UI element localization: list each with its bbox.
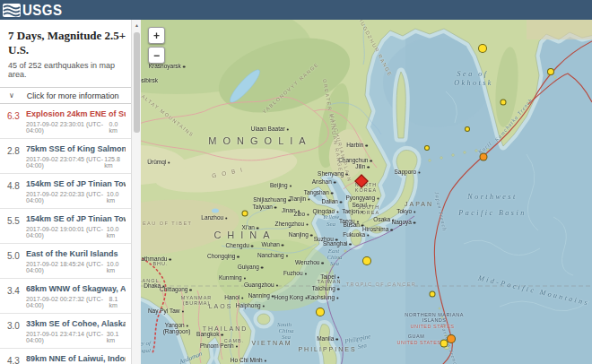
earthquake-list: 6.3Explosion 24km ENE of Sungjiba...2017…	[0, 104, 131, 364]
event-time: 2017-09-02 22:02:33 (UTC-04:00)	[26, 191, 107, 204]
more-information-label: Click for more information	[27, 91, 119, 100]
quake-marker[interactable]	[447, 334, 456, 343]
zoom-out-button[interactable]: −	[148, 47, 165, 64]
magnitude: 5.0	[7, 249, 26, 273]
event-depth: 10.0 km	[107, 226, 126, 238]
more-information-toggle[interactable]: ∨ Click for more information	[0, 87, 131, 104]
magnitude: 3.4	[7, 284, 26, 308]
sidebar-header: 7 Days, Magnitude 2.5+ U.S. 45 of 252 ea…	[0, 20, 141, 79]
quake-marker[interactable]	[430, 291, 436, 298]
earthquake-list-item[interactable]: 2.875km SSE of King Salmon, Alaska2017-0…	[0, 139, 131, 174]
event-time: 2017-09-02 00:27:32 (UTC-04:00)	[26, 296, 109, 308]
map-zoom-control: + −	[148, 27, 165, 66]
quake-marker[interactable]	[316, 308, 325, 316]
event-title: East of the Kuril Islands	[26, 249, 126, 258]
earthquake-list-item[interactable]: 5.0East of the Kuril Islands2017-09-02 1…	[0, 244, 131, 279]
feed-count: 45 of 252 earthquakes in map area.	[8, 61, 130, 79]
event-depth: 10.0 km	[107, 191, 126, 204]
feed-title: 7 Days, Magnitude 2.5+ U.S.	[8, 29, 130, 57]
magnitude: 5.5	[7, 214, 26, 238]
event-title: 75km SSE of King Salmon, Alaska	[26, 144, 126, 153]
quake-marker[interactable]	[478, 44, 487, 53]
usgs-earthquake-app: USGS 7 Days, Magnitude 2.5+ U.S. 45 of 2…	[0, 0, 592, 364]
quake-marker[interactable]	[501, 100, 507, 106]
event-time: 2017-09-02 19:00:01 (UTC-04:00)	[26, 226, 107, 238]
event-depth: 10.0 km	[107, 261, 126, 273]
event-time: 2017-09-02 23:07:45 (UTC-04:00)	[26, 156, 104, 169]
event-title: 154km SE of JP Tinian Town pre-...	[26, 214, 126, 223]
magnitude: 2.8	[7, 144, 26, 169]
scrollbar-thumb[interactable]	[134, 32, 140, 133]
earthquake-map[interactable]: KrasnoyarskosibirskÜrümqiUlaan BaatarHar…	[141, 20, 592, 364]
quake-marker[interactable]	[242, 211, 248, 217]
earthquake-sidebar: 7 Days, Magnitude 2.5+ U.S. 45 of 252 ea…	[0, 20, 141, 364]
usgs-wave-icon	[3, 4, 21, 17]
earthquake-list-item[interactable]: 4.8154km SE of JP Tinian Town pre-...201…	[0, 174, 131, 209]
event-title: 33km SE of Cohoe, Alaska	[26, 319, 126, 328]
quake-marker[interactable]	[480, 153, 488, 161]
earthquake-list-item[interactable]: 5.5154km SE of JP Tinian Town pre-...201…	[0, 209, 131, 244]
event-time: 2017-09-01 23:47:14 (UTC-04:00)	[26, 331, 107, 343]
usgs-logo[interactable]: USGS	[3, 3, 63, 18]
quake-marker[interactable]	[547, 68, 554, 75]
quake-marker[interactable]	[440, 340, 448, 348]
header-bar: USGS	[0, 0, 592, 21]
quake-marker[interactable]	[362, 256, 371, 265]
earthquake-list-item[interactable]: 6.3Explosion 24km ENE of Sungjiba...2017…	[0, 104, 131, 139]
event-depth: 30.1 km	[107, 331, 126, 343]
usgs-logo-text: USGS	[22, 2, 63, 18]
event-depth: 8.1 km	[109, 296, 126, 308]
quake-marker[interactable]	[465, 126, 470, 132]
earthquake-list-item[interactable]: 3.033km SE of Cohoe, Alaska2017-09-01 23…	[0, 314, 131, 349]
earthquake-list-item[interactable]: 3.468km WNW of Skagway, Alaska2017-09-02…	[0, 279, 131, 314]
event-time: 2017-09-02 23:30:01 (UTC-04:00)	[26, 121, 109, 134]
event-depth: 0.0 km	[109, 121, 126, 134]
chevron-down-icon: ∨	[9, 91, 14, 100]
event-depth: 125.8 km	[104, 156, 126, 169]
zoom-in-button[interactable]: +	[148, 27, 165, 44]
magnitude: 4.3	[7, 354, 26, 364]
magnitude: 6.3	[7, 109, 26, 134]
event-title: 154km SE of JP Tinian Town pre-...	[26, 179, 126, 188]
map-markers	[141, 20, 592, 364]
explosion-marker[interactable]	[354, 174, 369, 188]
event-title: 68km WNW of Skagway, Alaska	[26, 284, 126, 293]
event-title: Explosion 24km ENE of Sungjiba...	[26, 109, 126, 118]
quake-marker[interactable]	[424, 145, 430, 151]
magnitude: 4.8	[7, 179, 26, 204]
magnitude: 3.0	[7, 319, 26, 343]
event-time: 2017-09-02 18:45:24 (UTC-04:00)	[26, 261, 107, 273]
earthquake-list-item[interactable]: 4.389km NNE of Laiwui, Indonesia2017-09-…	[0, 349, 131, 364]
event-title: 89km NNE of Laiwui, Indonesia	[26, 354, 126, 363]
